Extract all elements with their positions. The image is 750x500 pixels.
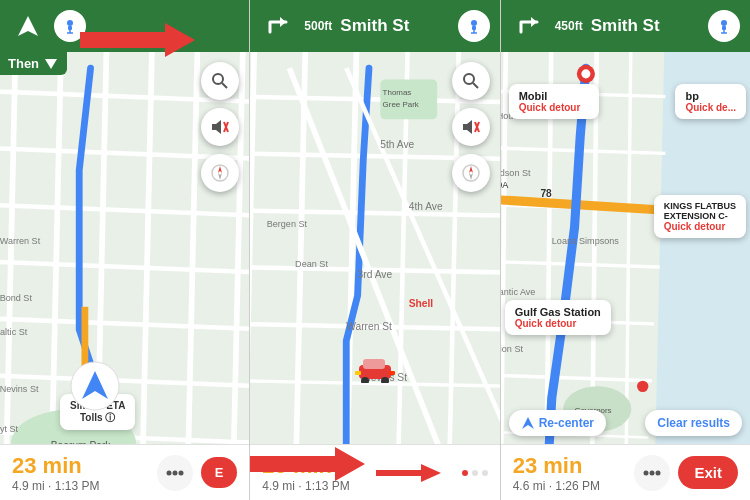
svg-marker-120 [522,417,534,429]
svg-point-24 [67,20,73,26]
svg-marker-79 [469,173,473,180]
then-label: Then [0,52,67,75]
route-options-button-right[interactable] [634,455,670,491]
recenter-button[interactable]: Re-center [509,410,606,436]
svg-point-112 [581,69,590,78]
svg-point-39 [166,470,171,475]
detour-mobil-sub: Quick detour [519,102,589,113]
mic-button-middle[interactable] [458,10,490,42]
svg-text:Bond St: Bond St [0,293,32,303]
svg-marker-31 [212,120,221,134]
direction-icon-right-middle [260,8,296,44]
panel-middle: 5th Ave 4th Ave 3rd Ave Warren St Nevins… [250,0,500,500]
panel-left: Boerum Park Baltic St Warren St Bond St … [0,0,250,500]
svg-point-122 [650,470,655,475]
red-car-icon [355,355,395,390]
svg-text:Shell: Shell [409,298,434,309]
svg-point-29 [213,74,223,84]
eta-time-middle: 23 min [262,453,349,479]
detour-gulf[interactable]: Gulf Gas Station Quick detour [505,300,611,335]
svg-text:3rd Ave: 3rd Ave [358,269,393,280]
svg-text:Hudson St: Hudson St [501,168,531,178]
svg-point-41 [178,470,183,475]
distance-label-right: 450ft [555,20,583,32]
svg-marker-78 [469,166,473,173]
search-button-middle[interactable] [452,62,490,100]
detour-mobil-title: Mobil [519,90,589,102]
svg-text:Bergen St: Bergen St [267,219,308,229]
detour-bp[interactable]: bp Quick de... [675,84,746,119]
svg-marker-74 [463,120,472,134]
svg-text:Thomas: Thomas [383,88,412,97]
nav-arrow-left [70,361,120,415]
svg-text:Warren St: Warren St [0,236,41,246]
svg-text:78: 78 [540,188,552,199]
street-name-middle: Smith St [340,16,449,36]
svg-point-123 [656,470,661,475]
svg-text:Hoyt St: Hoyt St [0,424,19,434]
svg-marker-86 [376,464,441,482]
direction-icon-up [10,8,46,44]
mic-button-left[interactable] [54,10,86,42]
svg-text:5th Ave: 5th Ave [381,139,415,150]
street-name-right: Smith St [591,16,700,36]
eta-time-left: 23 min [12,453,99,479]
svg-marker-35 [218,166,222,173]
svg-rect-84 [355,371,361,375]
svg-text:Atlantic Ave: Atlantic Ave [501,287,535,297]
eta-details-middle: 4.9 mi · 1:13 PM [262,479,349,493]
detour-mobil[interactable]: Mobil Quick detour [509,84,599,119]
nav-header-right: 450ft Smith St [501,0,750,52]
svg-marker-28 [45,59,57,69]
mic-button-right[interactable] [708,10,740,42]
route-options-button-left[interactable] [157,455,193,491]
distance-label-middle: 500ft [304,20,332,32]
direction-icon-right-right [511,8,547,44]
svg-line-30 [222,83,227,88]
compass-button-middle[interactable] [452,154,490,192]
svg-text:Dean St: Dean St [295,259,328,269]
detour-bp-sub: Quick de... [685,102,736,113]
nav-header-left [0,0,249,52]
svg-marker-23 [18,16,38,36]
svg-text:Union St: Union St [501,344,523,354]
clear-results-label: Clear results [657,416,730,430]
eta-card-right: 23 min 4.6 mi · 1:26 PM Exit [501,444,750,500]
detour-bp-title: bp [685,90,736,102]
svg-marker-67 [280,17,286,27]
eta-details-right: 4.6 mi · 1:26 PM [513,479,600,493]
svg-text:9A: 9A [501,180,509,190]
nav-header-middle: 500ft Smith St [250,0,499,52]
svg-rect-69 [472,26,476,30]
svg-point-40 [172,470,177,475]
detour-gulf-sub: Quick detour [515,318,601,329]
detour-kings[interactable]: KINGS FLATBUSEXTENSION C- Quick detour [654,195,746,238]
svg-rect-85 [389,371,395,375]
svg-marker-115 [531,17,537,27]
recenter-label: Re-center [539,416,594,430]
svg-marker-36 [218,173,222,180]
mute-button-middle[interactable] [452,108,490,146]
panel-right: 78 9A Governors Island E Houston St Huds… [501,0,750,500]
svg-text:Loans Simpsons: Loans Simpsons [551,236,619,246]
exit-button[interactable]: Exit [678,456,738,489]
detour-kings-sub: Quick detour [664,221,736,232]
eta-card-middle: 23 min 4.9 mi · 1:13 PM [250,444,499,500]
svg-text:Warren St: Warren St [347,321,393,332]
detour-gulf-title: Gulf Gas Station [515,306,601,318]
svg-point-121 [644,470,649,475]
svg-point-116 [721,20,727,26]
svg-text:Gree Park: Gree Park [383,100,419,109]
eta-details-left: 4.9 mi · 1:13 PM [12,479,99,493]
svg-rect-25 [68,26,72,30]
svg-text:Baltic St: Baltic St [0,327,28,337]
expand-button-left[interactable]: E [201,457,238,488]
clear-results-button[interactable]: Clear results [645,410,742,436]
svg-rect-81 [363,359,385,369]
eta-card-left: 23 min 4.9 mi · 1:13 PM E [0,444,249,500]
svg-rect-117 [722,26,726,30]
svg-line-73 [473,83,478,88]
dots-indicator [462,470,488,476]
svg-point-113 [637,381,648,392]
eta-time-right: 23 min [513,453,600,479]
